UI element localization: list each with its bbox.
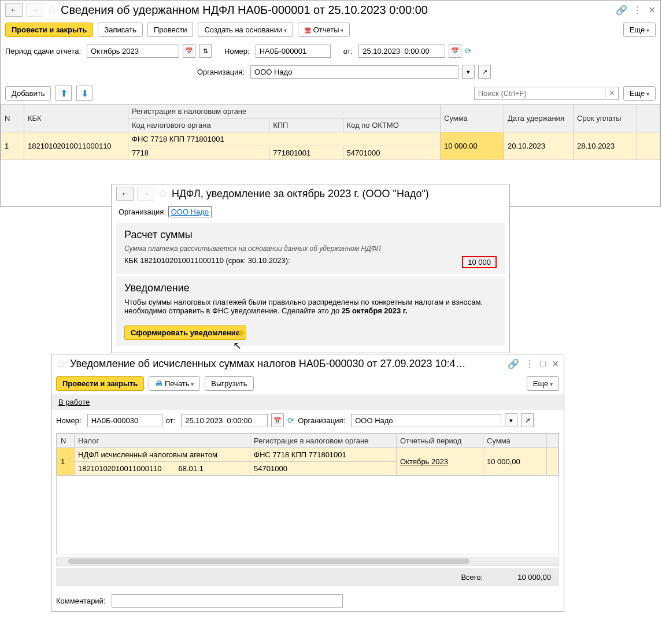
- window-ndfl-details: ← → ☆ Сведения об удержанном НДФЛ НА0Б-0…: [0, 0, 661, 207]
- col-empty: [637, 105, 660, 132]
- org-label: Организация:: [197, 68, 245, 76]
- cell-reg: ФНС 7718 КПП 771801001: [128, 132, 441, 146]
- col-holddate: Дата удержания: [504, 105, 574, 132]
- calendar-icon[interactable]: 📅: [183, 44, 195, 58]
- cell-n: 1: [1, 132, 24, 160]
- period-input[interactable]: [87, 45, 179, 58]
- search-input[interactable]: [475, 87, 605, 99]
- col-n: N: [1, 105, 24, 132]
- move-up-icon[interactable]: ⬆: [56, 86, 72, 101]
- org-row: Организация: ООО Надо: [112, 203, 509, 207]
- reports-button[interactable]: ▦ Отчеты: [298, 23, 350, 37]
- calendar-icon[interactable]: 📅: [449, 44, 461, 58]
- favorite-star-icon[interactable]: ☆: [158, 187, 168, 201]
- cell-kpp: 771801001: [269, 146, 343, 160]
- cell-sum[interactable]: 10 000,00: [441, 132, 504, 160]
- cell-holddate: 20.10.2023: [504, 132, 574, 160]
- number-label: Номер:: [224, 47, 250, 55]
- date-input[interactable]: [358, 45, 445, 58]
- link-icon[interactable]: 🔗: [616, 5, 627, 16]
- nav-forward-button[interactable]: →: [137, 187, 154, 201]
- col-reg: Регистрация в налоговом органе: [128, 105, 441, 119]
- cell-kbk: 18210102010011000110: [24, 132, 128, 160]
- table-row[interactable]: 1 18210102010011000110 ФНС 7718 КПП 7718…: [1, 132, 660, 146]
- col-kbk: КБК: [24, 105, 128, 132]
- add-button[interactable]: Добавить: [5, 86, 51, 101]
- open-ref-icon[interactable]: ↗: [478, 65, 491, 79]
- cell-due: 28.10.2023: [574, 132, 637, 160]
- col-oktmo: Код по ОКТМО: [343, 119, 440, 132]
- nav-back-button[interactable]: ←: [5, 3, 23, 17]
- more-button[interactable]: Еще: [623, 23, 656, 37]
- post-and-close-button[interactable]: Провести и закрыть: [5, 23, 93, 37]
- titlebar: ← → ☆ Сведения об удержанном НДФЛ НА0Б-0…: [1, 1, 660, 19]
- col-due: Срок уплаты: [574, 105, 637, 132]
- number-input[interactable]: [256, 45, 331, 58]
- search-box: ×: [474, 87, 619, 100]
- cell-oktmo: 54701000: [343, 146, 440, 160]
- grid-more-button[interactable]: Еще: [623, 86, 656, 101]
- move-down-icon[interactable]: ⬇: [76, 86, 93, 101]
- period-stepper[interactable]: ⇅: [199, 44, 212, 58]
- org-input[interactable]: [250, 65, 458, 79]
- period-label: Период сдачи отчета:: [5, 47, 81, 55]
- titlebar: ← → ☆ НДФЛ, уведомление за октябрь 2023 …: [112, 184, 509, 203]
- nav-forward-button[interactable]: →: [26, 3, 43, 17]
- toolbar: Провести и закрыть Записать Провести Соз…: [1, 19, 660, 40]
- details-table: N КБК Регистрация в налоговом органе Сум…: [1, 104, 660, 160]
- form-row-org: Организация: ▾ ↗: [1, 61, 660, 82]
- create-based-on-button[interactable]: Создать на основании: [198, 23, 293, 37]
- col-kpp: КПП: [269, 119, 343, 132]
- post-button[interactable]: Провести: [147, 23, 194, 37]
- cell-empty: [637, 132, 660, 160]
- close-icon[interactable]: ✕: [648, 5, 656, 16]
- favorite-star-icon[interactable]: ☆: [47, 3, 57, 17]
- from-label: от:: [343, 47, 353, 55]
- form-row-period: Период сдачи отчета: 📅 ⇅ Номер: от: 📅 ⟳: [1, 40, 660, 61]
- more-icon[interactable]: ⋮: [633, 5, 642, 16]
- window-ndfl-notification-calc: ← → ☆ НДФЛ, уведомление за октябрь 2023 …: [111, 184, 510, 207]
- dropdown-icon[interactable]: ▾: [462, 65, 475, 79]
- nav-back-button[interactable]: ←: [116, 187, 134, 201]
- window-title: НДФЛ, уведомление за октябрь 2023 г. (ОО…: [172, 188, 505, 200]
- cell-code: 7718: [128, 146, 269, 160]
- col-taxcode: Код налогового органа: [128, 119, 269, 132]
- clear-search-icon[interactable]: ×: [605, 88, 618, 98]
- col-sum: Сумма: [441, 105, 504, 132]
- grid-toolbar: Добавить ⬆ ⬇ × Еще: [1, 82, 660, 104]
- window-title: Сведения об удержанном НДФЛ НА0Б-000001 …: [61, 3, 612, 17]
- org-link[interactable]: ООО Надо: [168, 206, 212, 207]
- save-button[interactable]: Записать: [98, 23, 143, 37]
- refresh-icon[interactable]: ⟳: [465, 46, 472, 55]
